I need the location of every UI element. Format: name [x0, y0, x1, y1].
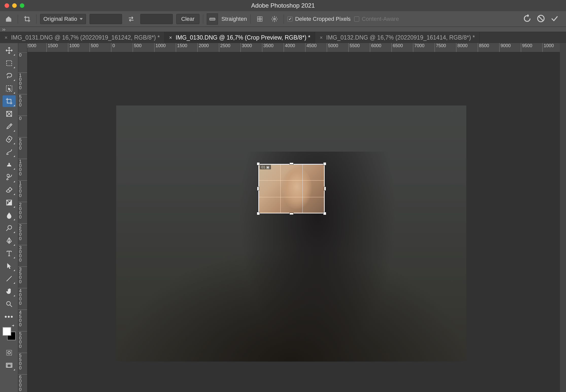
ruler-tick: 9500 [521, 43, 532, 52]
crop-handle-l[interactable] [257, 187, 259, 191]
crop-commit-actions [523, 14, 563, 24]
screen-mode-toggle[interactable] [3, 360, 16, 371]
delete-cropped-label: Delete Cropped Pixels [295, 16, 351, 22]
ruler-tick: 7000 [413, 43, 424, 52]
lasso-tool[interactable] [3, 70, 16, 82]
crop-grid-line [280, 164, 281, 213]
svg-point-8 [8, 225, 12, 229]
ruler-tick: 3500 [18, 266, 27, 284]
brush-tool[interactable] [3, 146, 16, 158]
edit-toolbar-button[interactable]: ••• [3, 311, 16, 323]
marquee-tool[interactable] [3, 57, 16, 69]
crop-handle-t[interactable] [289, 163, 294, 165]
content-aware-checkbox [354, 16, 359, 22]
crop-tool[interactable] [3, 95, 16, 107]
commit-crop-icon[interactable] [550, 14, 559, 24]
move-tool[interactable] [3, 45, 16, 56]
crop-grid-line [258, 197, 325, 197]
ruler-horizontal[interactable]: 2000150010005000500100015002000250030003… [27, 43, 560, 52]
foreground-color-swatch[interactable] [3, 327, 11, 336]
ruler-tick: 0 [18, 52, 27, 57]
crop-handle-b[interactable] [289, 213, 294, 215]
close-icon[interactable]: × [169, 35, 172, 41]
document-tab-bar: × IMG_0131.DNG @ 16,7% (20220919_161242,… [0, 32, 566, 43]
ruler-tick: 1000 [542, 43, 554, 52]
window-minimize-icon[interactable] [12, 3, 17, 8]
svg-rect-3 [7, 61, 12, 66]
panel-disclosure-strip[interactable] [0, 27, 566, 32]
line-tool[interactable] [3, 273, 16, 284]
gradient-tool[interactable] [3, 197, 16, 208]
chevron-down-icon [80, 18, 83, 20]
window-zoom-icon[interactable] [20, 3, 24, 8]
delete-cropped-option[interactable]: Delete Cropped Pixels [287, 16, 351, 22]
window-traffic-lights [5, 3, 24, 8]
ruler-tick: 6000 [370, 43, 381, 52]
dodge-tool[interactable] [3, 222, 16, 234]
delete-cropped-checkbox[interactable] [287, 16, 293, 22]
ruler-tick: 3000 [18, 245, 27, 262]
foreground-background-colors[interactable] [3, 325, 16, 340]
reset-crop-icon[interactable] [523, 14, 531, 24]
titlebar: Adobe Photoshop 2021 [0, 0, 566, 11]
ruler-tick: 5000 [18, 331, 27, 348]
type-tool[interactable] [3, 247, 16, 259]
crop-ratio-preset[interactable]: Original Ratio [40, 14, 86, 24]
ruler-tick: 4500 [305, 43, 317, 52]
clear-button[interactable]: Clear [176, 14, 199, 24]
swap-dimensions-icon[interactable] [126, 13, 137, 25]
ruler-tick: 1000 [18, 73, 27, 90]
crop-options-bar: Original Ratio Clear Straighten Delete C… [0, 11, 566, 27]
document-tab[interactable]: × IMG_0131.DNG @ 16,7% (20220919_161242,… [0, 32, 165, 43]
content-aware-label: Content-Aware [362, 16, 399, 22]
crop-handle-r[interactable] [324, 187, 326, 191]
ruler-tick: 2000 [18, 202, 27, 219]
crop-settings-gear-icon[interactable] [269, 13, 280, 25]
object-select-tool[interactable] [3, 83, 16, 94]
crop-height-input[interactable] [140, 14, 173, 24]
frame-tool[interactable] [3, 108, 16, 120]
crop-handle-br[interactable] [323, 212, 326, 215]
ruler-tick: 3000 [241, 43, 252, 52]
ruler-origin[interactable] [18, 43, 27, 52]
quick-mask-toggle[interactable] [3, 347, 16, 359]
document-tab[interactable]: × IMG_0132.DNG @ 16,7% (20220919_161414,… [315, 32, 480, 43]
crop-info-badge: 01 ▣ [260, 165, 271, 169]
ruler-tick: 1000 [68, 43, 79, 52]
ruler-tick: 1500 [46, 43, 58, 52]
ruler-tick: 500 [18, 137, 27, 150]
crop-tool-icon[interactable] [22, 13, 33, 25]
path-select-tool[interactable] [3, 260, 16, 272]
swap-colors-icon[interactable] [11, 324, 15, 329]
crop-handle-tl[interactable] [257, 162, 260, 165]
window-close-icon[interactable] [5, 3, 9, 8]
grid-overlay-button[interactable] [254, 13, 265, 25]
crop-marquee[interactable]: 01 ▣ [258, 164, 325, 213]
svg-point-11 [8, 351, 10, 354]
ruler-tick: 1000 [154, 43, 166, 52]
vertical-scrollbar[interactable] [560, 43, 566, 392]
ruler-vertical[interactable]: 0100050005001000150020002500300035004000… [18, 52, 27, 392]
document-tab[interactable]: × IMG_0130.DNG @ 16,7% (Crop Preview, RG… [165, 32, 315, 43]
hand-tool[interactable] [3, 286, 16, 297]
blur-tool[interactable] [3, 209, 16, 221]
canvas[interactable]: 01 ▣ [27, 52, 560, 392]
crop-handle-tr[interactable] [323, 162, 326, 165]
crop-width-input[interactable] [90, 14, 122, 24]
zoom-tool[interactable] [3, 298, 16, 310]
straighten-icon[interactable] [207, 13, 218, 25]
crop-handle-bl[interactable] [257, 212, 260, 215]
pen-tool[interactable] [3, 235, 16, 246]
home-button[interactable] [3, 13, 14, 25]
straighten-label[interactable]: Straighten [221, 16, 247, 22]
cancel-crop-icon[interactable] [537, 14, 545, 24]
clone-stamp-tool[interactable] [3, 159, 16, 170]
close-icon[interactable]: × [320, 35, 323, 41]
spot-heal-tool[interactable] [3, 133, 16, 145]
eyedropper-tool[interactable] [3, 121, 16, 132]
svg-point-9 [7, 301, 10, 305]
ruler-tick: 6000 [18, 374, 27, 391]
close-icon[interactable]: × [5, 35, 8, 41]
eraser-tool[interactable] [3, 184, 16, 196]
history-brush-tool[interactable] [3, 171, 16, 183]
